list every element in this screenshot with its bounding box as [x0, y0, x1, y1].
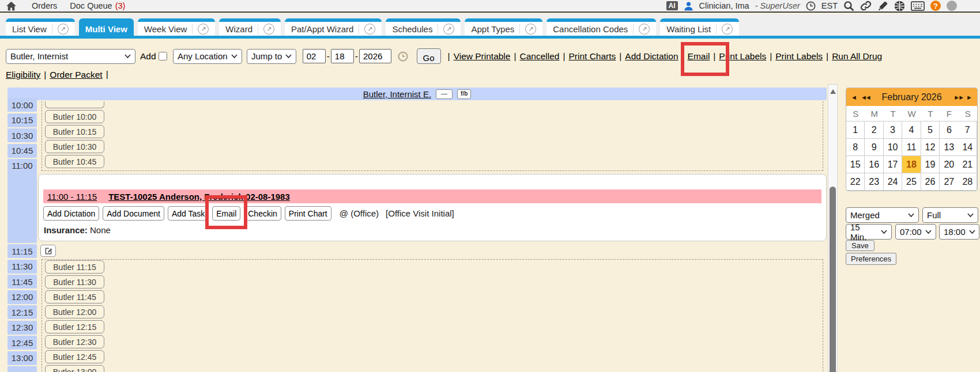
- calendar-day[interactable]: 25: [902, 173, 921, 191]
- open-slot-button[interactable]: Butler 10:15: [45, 125, 104, 138]
- tab-cancellation-codes[interactable]: Cancellation Codes ↗: [546, 18, 656, 36]
- external-link-icon[interactable]: ↗: [263, 24, 274, 35]
- calendar-day[interactable]: 19: [921, 156, 940, 173]
- view-printable-link[interactable]: View Printable: [454, 51, 511, 61]
- tab-waiting-list[interactable]: Waiting List ↗: [660, 18, 739, 36]
- open-slot-button[interactable]: Butler 10:30: [45, 140, 104, 153]
- view-mode-select[interactable]: Merged: [846, 207, 919, 223]
- date-month-input[interactable]: 02: [303, 49, 326, 63]
- calendar-day[interactable]: 13: [940, 139, 958, 156]
- calendar-day[interactable]: 3: [884, 122, 902, 139]
- date-clock-icon[interactable]: [398, 51, 408, 62]
- syringe-icon[interactable]: [877, 1, 888, 12]
- provider-column-title-link[interactable]: Butler, Internist E.: [363, 89, 431, 99]
- calendar-day[interactable]: 11: [902, 139, 921, 156]
- calendar-day[interactable]: 2: [865, 122, 883, 139]
- appt-add-document-button[interactable]: Add Document: [103, 206, 164, 221]
- open-slot-button[interactable]: Butler 11:45: [45, 290, 104, 303]
- calendar-day[interactable]: 10: [884, 139, 902, 156]
- external-link-icon[interactable]: ↗: [525, 24, 536, 35]
- tab-pat-appt-wizard[interactable]: Pat/Appt Wizard ↗: [285, 18, 382, 36]
- user-icon[interactable]: [684, 1, 693, 11]
- calendar-day[interactable]: 7: [959, 122, 977, 139]
- calendar-day[interactable]: 26: [921, 173, 940, 191]
- date-year-input[interactable]: 2026: [359, 49, 391, 63]
- globe-icon[interactable]: [894, 1, 905, 12]
- calendar-day[interactable]: 23: [865, 173, 883, 191]
- doc-queue-menu-item[interactable]: Doc Queue (3): [70, 1, 125, 10]
- external-link-icon[interactable]: ↗: [58, 24, 69, 35]
- provider-select[interactable]: Butler, Internist: [6, 49, 135, 64]
- day-end-select[interactable]: 18:00: [939, 224, 979, 240]
- calendar-prev-month-icon[interactable]: ◄: [851, 94, 857, 101]
- interval-select[interactable]: 15 Min.: [846, 224, 892, 240]
- print-labels-link[interactable]: Print Labels: [719, 51, 766, 61]
- location-select[interactable]: Any Location: [173, 49, 242, 64]
- save-button[interactable]: Save: [846, 240, 875, 251]
- calendar-day[interactable]: 27: [940, 173, 958, 191]
- calendar-day[interactable]: 17: [884, 156, 902, 173]
- scrollbar-thumb[interactable]: [830, 187, 836, 372]
- tab-schedules[interactable]: Schedules ↗: [386, 18, 461, 36]
- print-charts-link[interactable]: Print Charts: [568, 51, 616, 61]
- calendar-day[interactable]: 20: [940, 156, 958, 173]
- tab-week-view[interactable]: Week View ↗: [138, 18, 215, 36]
- open-slot-button[interactable]: [45, 101, 104, 108]
- appt-email-button[interactable]: Email: [212, 206, 240, 221]
- appt-checkin-button[interactable]: Checkin: [244, 206, 281, 221]
- scrollbar-up-arrow[interactable]: [830, 89, 836, 94]
- calendar-day[interactable]: 12: [921, 139, 940, 156]
- calendar-next-month-icon[interactable]: ►: [966, 94, 973, 101]
- appt-add-task-button[interactable]: Add Task: [168, 206, 209, 221]
- open-slot-button[interactable]: Butler 10:45: [45, 155, 104, 168]
- calendar-day[interactable]: 9: [865, 139, 883, 156]
- calendar-day[interactable]: 5: [921, 122, 940, 139]
- fb-button[interactable]: f/b: [457, 89, 471, 99]
- calendar-next-year-icon[interactable]: ►►: [953, 94, 963, 101]
- preferences-button[interactable]: Preferences: [846, 253, 896, 265]
- zoom-mode-select[interactable]: Full: [922, 207, 978, 223]
- jump-to-select[interactable]: Jump to: [247, 49, 296, 64]
- add-provider-checkbox[interactable]: [159, 52, 167, 60]
- calendar-day[interactable]: 6: [940, 122, 958, 139]
- open-slot-button[interactable]: Butler 12:30: [45, 335, 104, 348]
- calendar-day[interactable]: 1: [846, 122, 865, 139]
- order-packet-link[interactable]: Order Packet: [50, 70, 102, 79]
- open-slot-button[interactable]: Butler 10:00: [45, 110, 104, 123]
- link-icon[interactable]: [860, 0, 872, 12]
- appointment-time-link[interactable]: 11:00 - 11:15: [47, 192, 97, 202]
- search-icon[interactable]: [843, 1, 854, 12]
- external-link-icon[interactable]: ↗: [443, 24, 454, 35]
- tab-list-view[interactable]: List View ↗: [6, 18, 75, 36]
- date-day-input[interactable]: 18: [331, 49, 354, 63]
- appt-print-chart-button[interactable]: Print Chart: [285, 206, 331, 221]
- go-button[interactable]: Go: [417, 48, 441, 64]
- calendar-day[interactable]: 8: [846, 139, 865, 156]
- open-slot-button[interactable]: Butler 12:45: [45, 350, 104, 363]
- open-slot-button[interactable]: Butler 12:15: [45, 320, 104, 333]
- help-icon[interactable]: ?: [930, 1, 941, 11]
- calendar-prev-year-icon[interactable]: ◄◄: [861, 94, 870, 101]
- calendar-day[interactable]: 15: [846, 156, 865, 173]
- tab-multi-view[interactable]: Multi View ↗: [79, 18, 134, 36]
- add-dictation-link[interactable]: Add Dictation: [625, 51, 678, 61]
- external-link-icon[interactable]: ↗: [364, 24, 375, 35]
- open-slot-button[interactable]: Butler 12:00: [45, 305, 104, 318]
- calendar-day[interactable]: 16: [865, 156, 883, 173]
- orders-menu-item[interactable]: Orders: [32, 1, 57, 10]
- edit-slot-button[interactable]: [40, 245, 56, 257]
- ai-badge[interactable]: AI: [666, 1, 678, 10]
- open-slot-button[interactable]: Butler 11:30: [45, 275, 104, 289]
- keyboard-icon[interactable]: [911, 1, 925, 11]
- print-labels-link-2[interactable]: Print Labels: [775, 51, 823, 61]
- collapse-column-button[interactable]: —: [436, 89, 453, 99]
- appt-add-dictation-button[interactable]: Add Dictation: [43, 206, 99, 221]
- tab-appt-types[interactable]: Appt Types ↗: [465, 18, 542, 36]
- calendar-day[interactable]: 24: [884, 173, 902, 191]
- day-start-select[interactable]: 07:00: [895, 224, 936, 240]
- cancelled-link[interactable]: Cancelled: [519, 51, 559, 61]
- calendar-day[interactable]: 18: [902, 156, 921, 173]
- open-slot-button[interactable]: Butler 13:00: [45, 365, 104, 372]
- calendar-day[interactable]: 22: [846, 173, 865, 191]
- calendar-day[interactable]: 21: [959, 156, 977, 173]
